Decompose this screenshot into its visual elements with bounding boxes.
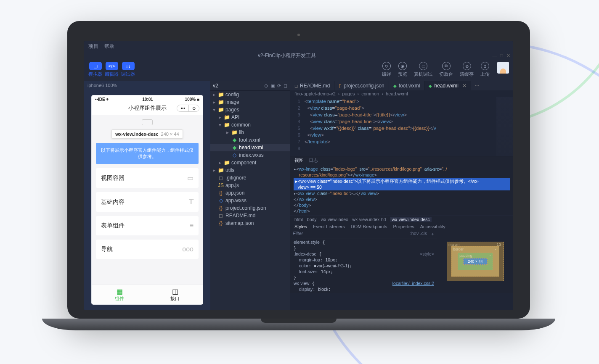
window-title: v2-FinClip小程序开发工具 [84,52,490,59]
menu-project[interactable]: 项目 [88,43,98,50]
style-rules[interactable]: element.style {} .index-desc {<style> ma… [290,238,437,293]
ide-window: 项目 帮助 v2-FinClip小程序开发工具 — □ ✕ ▢模拟器 </>编辑… [84,41,513,310]
toolbar: ▢模拟器 </>编辑器 ⫶⫶调试器 ⟳编译 ◉预览 ▭真机调试 ⧉切后台 ⊘清缓… [84,59,513,81]
action-background[interactable]: ⧉切后台 [439,62,453,77]
collapse-icon[interactable]: ⊟ [284,83,287,89]
hov-toggle[interactable]: :hov .cls [410,231,427,237]
nav-icon: ooo [182,245,193,253]
action-preview[interactable]: ◉预览 [398,62,407,77]
capsule-close-icon[interactable]: ⊙ [189,105,199,111]
properties-tab[interactable]: Properties [393,224,414,229]
status-battery: 100% ■ [185,97,199,102]
folder-component[interactable]: ▸📁component [210,159,290,166]
file-app-wxss[interactable]: ◇app.wxss [210,197,290,204]
action-compile[interactable]: ⟳编译 [382,62,391,77]
avatar[interactable] [497,62,509,74]
box-model: margin10 border- padding- 240 × 44 [437,230,513,293]
api-icon: ◫ [147,288,203,295]
file-explorer: v2 ⊕ ▣ ⟳ ⊟ ▸📁config ▸📁image ▾📁pages ▸📁AP… [210,81,290,310]
folder-lib[interactable]: ▸📁lib [210,129,290,136]
accessibility-tab[interactable]: Accessibility [420,224,445,229]
status-time: 10:01 [142,97,153,102]
code-editor[interactable]: 1<template name="head"> 2 <view class="p… [290,97,513,156]
tab-readme[interactable]: ◻README.md [290,81,334,90]
minimap[interactable] [496,97,513,156]
mode-debugger[interactable]: ⫶⫶调试器 [121,62,135,77]
form-icon: ≡ [190,222,193,229]
folder-api[interactable]: ▸📁API [210,113,290,121]
list-item[interactable]: 基础内容𝕋 [96,192,199,212]
list-item[interactable]: 视图容器▭ [96,168,199,188]
folder-common[interactable]: ▾📁common [210,121,290,129]
file-readme[interactable]: ◻README.md [210,212,290,219]
tab-foot-wxml[interactable]: ◆foot.wxml [389,81,425,90]
mode-simulator[interactable]: ▢模拟器 [88,62,102,77]
file-app-json[interactable]: {}app.json [210,189,290,197]
list-item[interactable]: 导航ooo [96,240,199,259]
project-root[interactable]: v2 [213,83,218,89]
window-maximize-icon[interactable]: □ [499,53,504,58]
devtools-tab-view[interactable]: 视图 [294,157,304,164]
tab-head-wxml[interactable]: ◆head.wxml✕ [424,81,471,90]
tab-project-config[interactable]: {}project.config.json [334,81,389,90]
styles-filter-input[interactable]: Filter [293,231,410,237]
close-icon[interactable]: ✕ [462,83,466,89]
editor-tabs: ◻README.md {}project.config.json ◆foot.w… [290,81,513,90]
menubar: 项目 帮助 [84,41,513,52]
dom-breakpoints-tab[interactable]: DOM Breakpoints [351,224,387,229]
capsule-more-icon[interactable]: ••• [177,105,189,111]
file-head-wxml[interactable]: ◆head.wxml [210,144,290,151]
logo-placeholder [142,119,153,125]
folder-config[interactable]: ▸📁config [210,91,290,98]
simulator-device-label: iphone6 100% [84,81,210,90]
new-folder-icon[interactable]: ▣ [270,83,275,89]
file-index-wxss[interactable]: ◇index.wxss [210,151,290,159]
phone-preview: ••IDE ᯤ 10:01 100% ■ 小程序组件展示 •••⊙ wx-vie… [92,95,203,304]
new-file-icon[interactable]: ⊕ [264,83,268,89]
laptop-frame: 项目 帮助 v2-FinClip小程序开发工具 — □ ✕ ▢模拟器 </>编辑… [67,21,530,330]
text-icon: 𝕋 [189,198,193,206]
folder-pages[interactable]: ▾📁pages [210,106,290,113]
container-icon: ▭ [187,174,193,182]
folder-utils[interactable]: ▸📁utils [210,166,290,174]
dom-breadcrumb: html body wx-view.index wx-view.index-hd… [290,216,513,223]
breadcrumb: fino-applet-demo-v2›pages›common›head.wx… [290,90,513,97]
file-app-js[interactable]: JSapp.js [210,182,290,189]
action-upload[interactable]: ↥上传 [480,62,490,77]
window-minimize-icon[interactable]: — [492,53,497,58]
devtools-panel: 视图 日志 ▸<wx-image class="index-logo" src=… [290,156,513,293]
event-listeners-tab[interactable]: Event Listeners [313,224,345,229]
add-class-icon[interactable]: ＋ [430,231,435,237]
devtools-tab-log[interactable]: 日志 [309,157,318,164]
simulator-panel: iphone6 100% ••IDE ᯤ 10:01 100% ■ 小程序组件展… [84,81,210,310]
folder-image[interactable]: ▸📁image [210,98,290,106]
action-clear-cache[interactable]: ⊘清缓存 [460,62,474,77]
action-remote[interactable]: ▭真机调试 [414,62,432,77]
highlighted-desc[interactable]: 以下将展示小程序官方组件能力，组件样式仅供参考。 [96,143,199,164]
file-foot-wxml[interactable]: ◆foot.wxml [210,136,290,144]
styles-tab[interactable]: Styles [294,224,307,229]
capsule-menu[interactable]: •••⊙ [177,105,199,112]
window-close-icon[interactable]: ✕ [506,53,511,58]
tabs-overflow-icon[interactable]: ⋯ [471,81,483,90]
tab-api[interactable]: ◫接口 [147,285,203,304]
file-gitignore[interactable]: ◻.gitignore [210,174,290,182]
tab-component[interactable]: ▦组件 [92,285,147,304]
status-signal: ••IDE ᯤ [95,97,110,102]
inspect-tooltip: wx-view.index-desc 240 × 44 [111,129,183,139]
dom-tree[interactable]: ▸<wx-image class="index-logo" src="../re… [290,164,513,216]
list-item[interactable]: 表单组件≡ [96,216,199,235]
file-sitemap[interactable]: {}sitemap.json [210,219,290,227]
menu-help[interactable]: 帮助 [104,43,114,50]
mode-editor[interactable]: </>编辑器 [105,62,119,77]
grid-icon: ▦ [92,288,147,295]
phone-nav-title: 小程序组件展示 [128,104,167,112]
file-project-config[interactable]: {}project.config.json [210,204,290,212]
refresh-icon[interactable]: ⟳ [277,83,281,89]
